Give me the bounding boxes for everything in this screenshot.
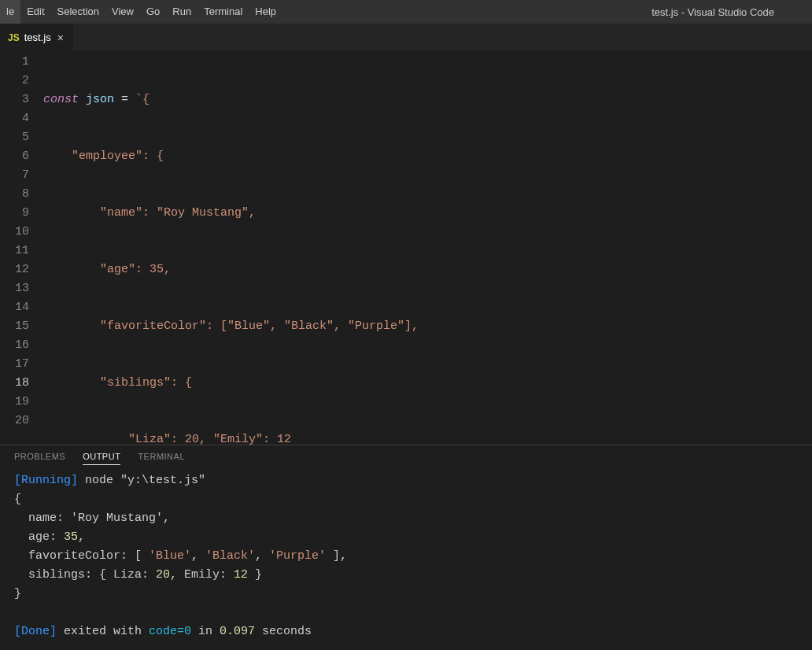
menu-terminal[interactable]: Terminal — [197, 0, 249, 24]
line-number: 15 — [0, 317, 29, 336]
code-area[interactable]: const json = `{ "employee": { "name": "R… — [43, 51, 812, 445]
menu-help[interactable]: Help — [249, 0, 282, 24]
line-number: 17 — [0, 355, 29, 374]
line-number: 20 — [0, 412, 29, 430]
line-number: 3 — [0, 90, 29, 109]
line-number: 12 — [0, 260, 29, 279]
line-number-gutter: 1234567891011121314151617181920 — [0, 51, 43, 445]
menu-go[interactable]: Go — [140, 0, 166, 24]
line-number: 18 — [0, 374, 29, 393]
tab-label: test.js — [24, 31, 51, 43]
menubar-items: le Edit Selection View Go Run Terminal H… — [0, 0, 282, 24]
tab-problems[interactable]: PROBLEMS — [14, 452, 65, 465]
close-icon[interactable]: × — [56, 31, 65, 44]
line-number: 4 — [0, 109, 29, 128]
line-number: 16 — [0, 336, 29, 355]
line-number: 10 — [0, 223, 29, 242]
bottom-panel: PROBLEMS OUTPUT TERMINAL [Running] node … — [0, 445, 812, 650]
line-number: 8 — [0, 185, 29, 204]
tab-bar: JS test.js × — [0, 24, 812, 51]
line-number: 6 — [0, 147, 29, 166]
editor[interactable]: 1234567891011121314151617181920 const js… — [0, 51, 812, 445]
js-file-icon: JS — [8, 32, 20, 43]
line-number: 2 — [0, 72, 29, 90]
line-number: 1 — [0, 53, 29, 72]
line-number: 7 — [0, 166, 29, 185]
keyword-const: const — [43, 93, 79, 106]
menu-selection[interactable]: Selection — [51, 0, 105, 24]
line-number: 14 — [0, 298, 29, 317]
output-body[interactable]: [Running] node "y:\test.js" { name: 'Roy… — [0, 470, 812, 643]
line-number: 9 — [0, 204, 29, 223]
window-title: test.js - Visual Studio Code — [651, 6, 806, 18]
menu-file[interactable]: le — [0, 0, 20, 24]
running-tag: [Running] — [14, 474, 78, 487]
menu-edit[interactable]: Edit — [20, 0, 50, 24]
line-number: 5 — [0, 128, 29, 147]
tab-test-js[interactable]: JS test.js × — [0, 24, 74, 51]
done-tag: [Done] — [14, 625, 57, 638]
line-number: 11 — [0, 242, 29, 260]
menu-view[interactable]: View — [105, 0, 140, 24]
menu-run[interactable]: Run — [166, 0, 197, 24]
line-number: 19 — [0, 393, 29, 412]
tab-terminal[interactable]: TERMINAL — [138, 452, 185, 465]
menubar: le Edit Selection View Go Run Terminal H… — [0, 0, 812, 24]
panel-tabs: PROBLEMS OUTPUT TERMINAL — [0, 445, 812, 470]
tab-output[interactable]: OUTPUT — [83, 452, 120, 465]
line-number: 13 — [0, 279, 29, 298]
